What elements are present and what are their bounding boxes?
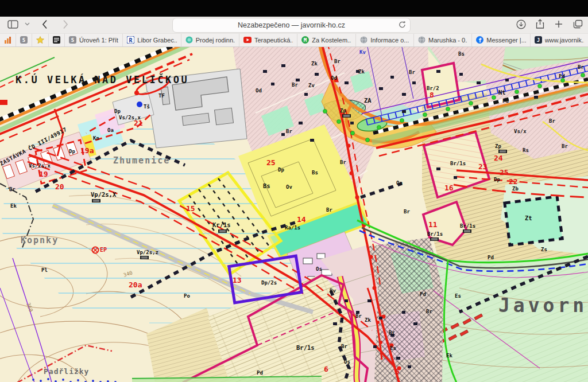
map-label: Dp/2s — [261, 280, 277, 286]
downloads-icon[interactable] — [515, 18, 527, 30]
map-label: 22 — [509, 177, 518, 186]
map-label: Vp/2s,z — [137, 250, 158, 255]
map-label: Nt — [498, 89, 506, 96]
map-label: Br — [292, 82, 298, 88]
chevron-down-icon[interactable] — [24, 18, 30, 30]
svg-text:J: J — [536, 37, 539, 43]
map-label: Ra/1s — [285, 225, 300, 231]
map-label: Br — [389, 330, 395, 336]
map-label: Ek — [10, 203, 17, 209]
favorite-item-9[interactable]: MZa Kostelem... — [297, 34, 355, 46]
favorite-label: www.javornik... — [545, 37, 584, 44]
forward-button[interactable] — [60, 18, 71, 30]
sidebar-icon[interactable] — [7, 18, 18, 30]
favorite-item-12[interactable]: fMessenger |... — [471, 34, 529, 46]
favorite-item-2[interactable]: S — [16, 34, 32, 46]
map-label: Br — [355, 313, 362, 319]
map-label: K.Ú VELKÁ NAD VELIČKOU — [16, 73, 189, 85]
favorite-label: Terapeutická... — [254, 37, 293, 44]
browser-toolbar: Nezabezpečeno — javornik-ho.cz — [0, 17, 588, 34]
map-label: Od — [331, 75, 337, 81]
map-label: Zb — [512, 186, 519, 192]
chart-bars-icon — [4, 36, 11, 45]
map-label: Kn — [93, 135, 99, 141]
map-label: Dp — [69, 149, 75, 154]
s-badge-icon: S — [20, 36, 28, 45]
map-label: Bs — [312, 170, 318, 176]
map-label: Br — [334, 59, 341, 64]
address-text: Nezabezpečeno — javornik-ho.cz — [238, 21, 345, 29]
map-label: Padřližky — [44, 367, 89, 376]
map-label: Br — [9, 186, 16, 192]
map-label: 8 — [430, 91, 434, 99]
address-bar[interactable]: Nezabezpečeno — javornik-ho.cz — [172, 18, 411, 33]
map-label: 20 — [55, 182, 64, 191]
globe-icon — [418, 36, 425, 45]
new-tab-icon[interactable] — [553, 18, 564, 30]
map-label: Br/1s — [460, 223, 475, 229]
svg-text:S: S — [22, 37, 25, 43]
menu-bar — [0, 0, 588, 17]
map-label: Zk — [311, 61, 318, 67]
map-label: Ov — [286, 184, 292, 190]
map-label: Os — [344, 359, 350, 365]
favorite-item-3[interactable] — [32, 34, 48, 46]
favorite-item-6[interactable]: RLibor Grabec... — [122, 34, 180, 46]
favorite-label: Messenger |... — [486, 37, 525, 44]
map-label: Dp — [494, 177, 500, 182]
map-label: 24 — [494, 154, 503, 162]
map-label: Oa — [396, 180, 403, 186]
map-label: 25 — [266, 158, 276, 167]
map-label: 19a — [80, 146, 94, 155]
map-label: Br — [404, 209, 410, 215]
map-label: 20a — [129, 280, 142, 289]
star-icon — [36, 36, 44, 45]
facebook-icon: f — [476, 36, 483, 45]
map-label: Os — [316, 266, 322, 272]
map-label: Zk — [358, 69, 365, 75]
map-label: 19 — [39, 170, 48, 178]
map-label: Es — [390, 345, 396, 351]
map-label: Kopnky — [21, 235, 59, 245]
favorite-label: Marushka - 0... — [428, 37, 467, 44]
map-label: Pd — [488, 255, 494, 260]
zoning-map-viewport[interactable]: K.Ú VELKÁ NAD VELIČKOUZASTÁVKA ČD III/49… — [0, 47, 588, 382]
map-label: Zt — [525, 215, 532, 221]
map-label: Zk — [365, 317, 371, 323]
map-label: Br — [341, 344, 347, 349]
favorite-item-1[interactable] — [0, 34, 16, 46]
tab-overview-icon[interactable] — [572, 18, 583, 30]
map-label: 5 — [395, 367, 400, 376]
favorite-item-5[interactable]: SÚroveň 1: Přít... — [64, 34, 122, 46]
map-label: Br/2 — [427, 85, 439, 91]
favorite-item-4[interactable] — [48, 34, 64, 46]
map-label: Br/1s — [296, 344, 315, 351]
map-label: Bs — [263, 182, 270, 189]
map-label: Br — [549, 118, 555, 124]
favorite-item-7[interactable]: Prodej rodinn... — [181, 34, 239, 46]
map-label: Zhumenice — [113, 155, 170, 166]
globe-icon — [360, 36, 368, 45]
favorites-bar: SSÚroveň 1: Přít...RLibor Grabec...Prode… — [0, 34, 588, 47]
map-label: Dp — [278, 167, 284, 173]
map-label: Rs — [523, 147, 529, 153]
favorite-label: Libor Grabec... — [137, 37, 176, 44]
map-label: Javorni — [498, 294, 588, 317]
favorite-item-10[interactable]: Informace o... — [355, 34, 413, 46]
zoning-map[interactable]: K.Ú VELKÁ NAD VELIČKOUZASTÁVKA ČD III/49… — [0, 47, 588, 382]
map-label: Po — [184, 293, 190, 299]
reload-icon[interactable] — [399, 21, 406, 30]
map-label: Oa — [107, 127, 114, 133]
teal-circle-icon — [185, 36, 193, 45]
map-label: EP — [100, 247, 107, 253]
map-label: Pd — [502, 98, 509, 104]
share-icon[interactable] — [534, 18, 546, 30]
back-button[interactable] — [39, 18, 51, 30]
map-label: 16 — [444, 184, 454, 192]
map-label: Pd — [420, 291, 426, 297]
favorite-item-11[interactable]: Marushka - 0... — [413, 34, 471, 46]
map-label: Vs/2s,x — [29, 163, 51, 169]
svg-text:S: S — [71, 37, 74, 43]
favorite-item-13[interactable]: Jwww.javornik... — [530, 34, 588, 46]
favorite-item-8[interactable]: Terapeutická... — [239, 34, 297, 46]
